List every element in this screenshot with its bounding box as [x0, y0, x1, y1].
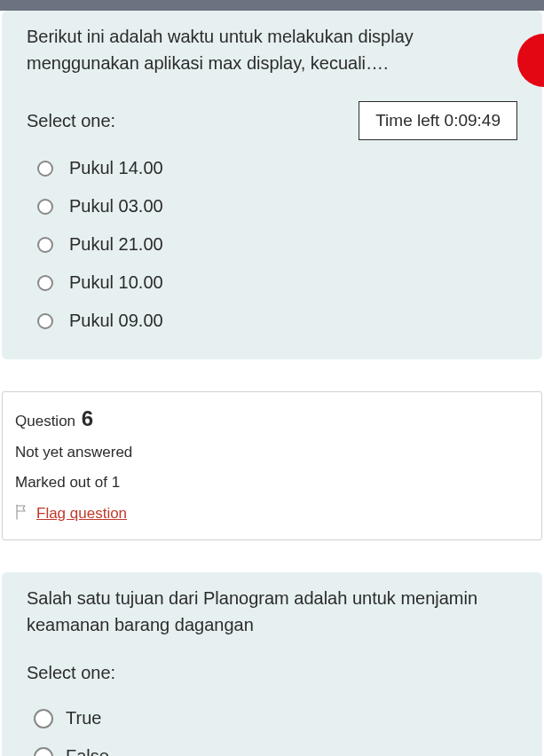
- option-label: Pukul 09.00: [69, 311, 163, 331]
- answer-status: Not yet answered: [15, 444, 529, 461]
- option-label-false: False: [66, 746, 109, 756]
- select-one-label-5: Select one:: [27, 111, 115, 131]
- option-row: Pukul 03.00: [37, 196, 517, 217]
- radio-option-5[interactable]: [37, 313, 53, 329]
- radio-option-4[interactable]: [37, 275, 53, 291]
- question-header: Question 6: [15, 406, 529, 431]
- radio-option-3[interactable]: [37, 237, 53, 253]
- select-one-label-6: Select one:: [27, 663, 517, 683]
- question-card-5: Berikut ini adalah waktu untuk melakukan…: [2, 11, 542, 359]
- option-row: Pukul 21.00: [37, 234, 517, 255]
- option-row: Pukul 14.00: [37, 158, 517, 178]
- option-row-true: True: [34, 708, 517, 728]
- question-meta-6: Question 6 Not yet answered Marked out o…: [2, 391, 542, 540]
- select-row-5: Select one: Time left 0:09:49: [27, 101, 517, 140]
- marks-line: Marked out of 1: [15, 474, 529, 492]
- option-row-false: False: [34, 746, 517, 756]
- topbar: [0, 0, 544, 11]
- option-label: Pukul 03.00: [69, 196, 163, 217]
- option-label: Pukul 21.00: [69, 234, 163, 255]
- option-label-true: True: [66, 708, 101, 728]
- radio-option-1[interactable]: [37, 161, 53, 177]
- tf-options-6: True False: [27, 708, 517, 756]
- flag-link-text: Flag question: [36, 505, 127, 523]
- option-row: Pukul 09.00: [37, 311, 517, 331]
- question-prefix: Question: [15, 413, 75, 429]
- radio-false[interactable]: [34, 747, 53, 757]
- question-text-6: Salah satu tujuan dari Planogram adalah …: [27, 585, 517, 638]
- flag-question-button[interactable]: Flag question: [15, 504, 529, 524]
- option-label: Pukul 14.00: [69, 158, 163, 178]
- radio-true[interactable]: [34, 709, 53, 728]
- flag-icon: [15, 504, 28, 524]
- timer-box: Time left 0:09:49: [359, 101, 517, 140]
- question-text-5: Berikut ini adalah waktu untuk melakukan…: [27, 23, 517, 76]
- options-list-5: Pukul 14.00 Pukul 03.00 Pukul 21.00 Puku…: [27, 158, 517, 331]
- question-card-6: Salah satu tujuan dari Planogram adalah …: [2, 572, 542, 756]
- radio-option-2[interactable]: [37, 199, 53, 215]
- option-label: Pukul 10.00: [69, 272, 163, 293]
- question-number: 6: [82, 406, 93, 430]
- option-row: Pukul 10.00: [37, 272, 517, 293]
